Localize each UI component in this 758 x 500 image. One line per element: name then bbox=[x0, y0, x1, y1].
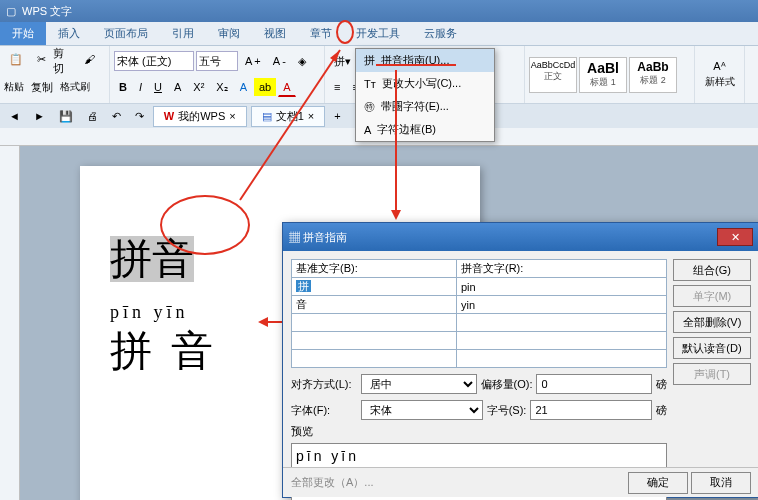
pinyin-icon: 拼 bbox=[364, 53, 375, 68]
paste-icon: 📋 bbox=[9, 53, 25, 69]
font-label: 字体(F): bbox=[291, 403, 357, 418]
dialog-close-button[interactable]: ✕ bbox=[717, 228, 753, 246]
base-cell[interactable] bbox=[292, 350, 457, 368]
offset-input[interactable] bbox=[536, 374, 652, 394]
tab-section[interactable]: 章节 bbox=[298, 22, 344, 45]
align-left-button[interactable]: ≡ bbox=[329, 78, 345, 96]
tab-dev[interactable]: 开发工具 bbox=[344, 22, 412, 45]
pinyin-table: 基准文字(B):拼音文字(R): 拼pin 音yin bbox=[291, 259, 667, 368]
grow-font-button[interactable]: A+ bbox=[240, 52, 266, 70]
phonetic-dropdown: 拼拼音指南(U)... Tт更改大小写(C)... ㊕带圈字符(E)... A字… bbox=[355, 48, 495, 142]
underline-button[interactable]: U bbox=[149, 78, 167, 96]
change-all-link[interactable]: 全部更改（A）... bbox=[291, 475, 374, 490]
ruby-cell[interactable] bbox=[457, 332, 667, 350]
vertical-ruler[interactable] bbox=[0, 146, 20, 500]
app-logo: ▢ bbox=[6, 5, 16, 18]
tab-review[interactable]: 审阅 bbox=[206, 22, 252, 45]
nav-back-button[interactable]: ◄ bbox=[4, 107, 25, 125]
superscript-button[interactable]: X² bbox=[188, 78, 209, 96]
undo-button[interactable]: ↶ bbox=[107, 107, 126, 126]
style-heading2[interactable]: AaBb标题 2 bbox=[629, 57, 677, 93]
close-icon[interactable]: × bbox=[308, 110, 314, 122]
redo-button[interactable]: ↷ bbox=[130, 107, 149, 126]
style-icon: Aᴬ bbox=[713, 60, 725, 73]
dropdown-change-case[interactable]: Tт更改大小写(C)... bbox=[356, 72, 494, 95]
new-tab-button[interactable]: + bbox=[329, 107, 345, 125]
align-label: 对齐方式(L): bbox=[291, 377, 357, 392]
strike-button[interactable]: A bbox=[169, 78, 186, 96]
pinyin-guide-dialog: ▦ 拼音指南 ✕ 基准文字(B):拼音文字(R): 拼pin 音yin 对齐方式… bbox=[282, 222, 758, 498]
size-input[interactable] bbox=[530, 400, 652, 420]
ruby-text-header: 拼音文字(R): bbox=[457, 260, 667, 278]
paste-label: 粘贴 bbox=[4, 80, 24, 94]
ruby-cell[interactable]: yin bbox=[457, 296, 667, 314]
size-unit: 磅 bbox=[656, 403, 667, 418]
align-select[interactable]: 居中 bbox=[361, 374, 477, 394]
nav-fwd-button[interactable]: ► bbox=[29, 107, 50, 125]
save-button[interactable]: 💾 bbox=[54, 107, 78, 126]
ruby-cell[interactable] bbox=[457, 350, 667, 368]
italic-button[interactable]: I bbox=[134, 78, 147, 96]
style-normal[interactable]: AaBbCcDd正文 bbox=[529, 57, 577, 93]
copy-button[interactable]: 复制 bbox=[26, 77, 58, 98]
tab-insert[interactable]: 插入 bbox=[46, 22, 92, 45]
style-heading1[interactable]: AaBl标题 1 bbox=[579, 57, 627, 93]
dialog-icon: ▦ bbox=[289, 231, 300, 243]
subscript-button[interactable]: X₂ bbox=[211, 78, 232, 97]
print-button[interactable]: 🖨 bbox=[82, 107, 103, 125]
scissors-icon: ✂ bbox=[37, 53, 51, 69]
ok-button[interactable]: 确定 bbox=[628, 472, 688, 494]
shrink-font-button[interactable]: A- bbox=[268, 52, 291, 70]
tab-cloud[interactable]: 云服务 bbox=[412, 22, 469, 45]
close-icon[interactable]: × bbox=[229, 110, 235, 122]
font-name-select[interactable] bbox=[114, 51, 194, 71]
tab-view[interactable]: 视图 bbox=[252, 22, 298, 45]
dialog-title: 拼音指南 bbox=[303, 231, 347, 243]
tone-button[interactable]: 声调(T) bbox=[673, 363, 751, 385]
selected-text[interactable]: 拼音 bbox=[110, 236, 194, 282]
ruby-cell[interactable] bbox=[457, 314, 667, 332]
font-size-select[interactable] bbox=[196, 51, 238, 71]
base-cell[interactable] bbox=[292, 332, 457, 350]
clear-all-button[interactable]: 全部删除(V) bbox=[673, 311, 751, 333]
new-style-button[interactable]: Aᴬ新样式 bbox=[700, 57, 740, 92]
ruby-cell[interactable]: pin bbox=[457, 278, 667, 296]
single-button[interactable]: 单字(M) bbox=[673, 285, 751, 307]
brush-icon: 🖌 bbox=[84, 53, 100, 69]
combine-button[interactable]: 组合(G) bbox=[673, 259, 751, 281]
default-reading-button[interactable]: 默认读音(D) bbox=[673, 337, 751, 359]
tab-layout[interactable]: 页面布局 bbox=[92, 22, 160, 45]
format-painter-label: 格式刷 bbox=[60, 80, 90, 94]
preview-label: 预览 bbox=[291, 424, 667, 439]
tab-start[interactable]: 开始 bbox=[0, 22, 46, 45]
size-label: 字号(S): bbox=[487, 403, 527, 418]
paste-button[interactable]: 📋 bbox=[4, 50, 30, 72]
enclosed-icon: ㊕ bbox=[364, 99, 375, 114]
dropdown-enclosed-char[interactable]: ㊕带圈字符(E)... bbox=[356, 95, 494, 118]
base-text-header: 基准文字(B): bbox=[292, 260, 457, 278]
clear-format-button[interactable]: ◈ bbox=[293, 52, 311, 71]
ribbon-tabs: 开始 插入 页面布局 引用 审阅 视图 章节 开发工具 云服务 bbox=[0, 22, 758, 46]
case-icon: Tт bbox=[364, 78, 376, 90]
cancel-button[interactable]: 取消 bbox=[691, 472, 751, 494]
highlight-button[interactable]: ab bbox=[254, 78, 276, 96]
app-title: WPS 文字 bbox=[22, 4, 72, 19]
dialog-titlebar[interactable]: ▦ 拼音指南 ✕ bbox=[283, 223, 758, 251]
format-painter-button[interactable]: 🖌 bbox=[79, 50, 105, 72]
font-effect-button[interactable]: A bbox=[235, 78, 252, 96]
base-cell[interactable]: 音 bbox=[292, 296, 457, 314]
doctab-mywps[interactable]: W我的WPS× bbox=[153, 106, 247, 127]
doctab-doc1[interactable]: ▤文档1× bbox=[251, 106, 326, 127]
offset-unit: 磅 bbox=[656, 377, 667, 392]
phonetic-guide-button[interactable]: 拼▾ bbox=[329, 51, 356, 72]
tab-reference[interactable]: 引用 bbox=[160, 22, 206, 45]
base-cell[interactable] bbox=[292, 314, 457, 332]
border-icon: A bbox=[364, 124, 371, 136]
font-color-button[interactable]: A bbox=[278, 78, 295, 97]
dropdown-pinyin-guide[interactable]: 拼拼音指南(U)... bbox=[356, 49, 494, 72]
font-select[interactable]: 宋体 bbox=[361, 400, 483, 420]
base-cell[interactable]: 拼 bbox=[292, 278, 457, 296]
bold-button[interactable]: B bbox=[114, 78, 132, 96]
dropdown-char-border[interactable]: A字符边框(B) bbox=[356, 118, 494, 141]
offset-label: 偏移量(O): bbox=[481, 377, 533, 392]
